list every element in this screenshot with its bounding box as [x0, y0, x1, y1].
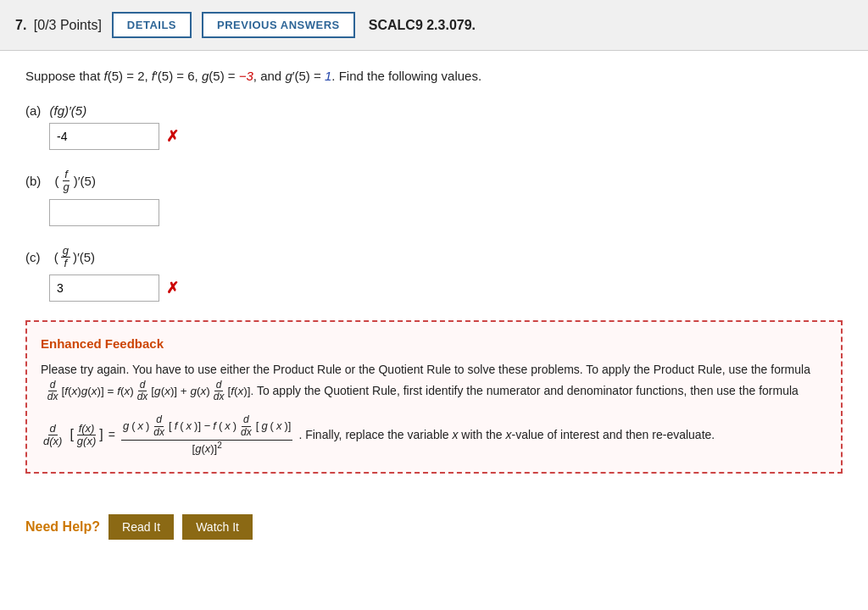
- part-b-label: (b) ( f g )′(5): [25, 169, 843, 194]
- feedback-formula2: d d(x) [ f(x) g(x) ] = g(x): [41, 414, 827, 455]
- part-c-label: (c) ( g f )′(5): [25, 245, 843, 270]
- scalc-reference: SCALC9 2.3.079.: [369, 18, 476, 33]
- problem-statement: Suppose that f(5) = 2, f′(5) = 6, g(5) =…: [25, 66, 843, 86]
- question-num-text: 7.: [15, 18, 26, 32]
- part-a: (a) (fg)′(5) ✗: [25, 103, 843, 150]
- part-a-incorrect-mark: ✗: [166, 127, 179, 146]
- part-b: (b) ( f g )′(5): [25, 169, 843, 226]
- part-a-answer-row: ✗: [49, 123, 843, 150]
- part-b-input[interactable]: [49, 199, 159, 226]
- need-help-label: Need Help?: [25, 519, 100, 535]
- read-it-button[interactable]: Read It: [108, 514, 174, 540]
- part-b-answer-row: [49, 199, 843, 226]
- main-content: Suppose that f(5) = 2, f′(5) = 6, g(5) =…: [0, 51, 868, 506]
- part-c-answer-row: ✗: [49, 274, 843, 302]
- enhanced-feedback: Enhanced Feedback Please try again. You …: [25, 320, 843, 474]
- feedback-title: Enhanced Feedback: [41, 334, 827, 355]
- part-c: (c) ( g f )′(5) ✗: [25, 245, 843, 302]
- question-number: 7. [0/3 Points]: [15, 18, 102, 33]
- points-label: [0/3 Points]: [34, 18, 102, 32]
- details-button[interactable]: DETAILS: [112, 12, 192, 38]
- feedback-text: Please try again. You have to use either…: [41, 360, 827, 408]
- previous-answers-button[interactable]: PREVIOUS ANSWERS: [202, 12, 355, 38]
- need-help-bar: Need Help? Read It Watch It: [0, 506, 868, 548]
- header-bar: 7. [0/3 Points] DETAILS PREVIOUS ANSWERS…: [0, 0, 868, 51]
- part-a-label: (a) (fg)′(5): [25, 103, 843, 118]
- watch-it-button[interactable]: Watch It: [182, 514, 253, 540]
- feedback-formula1: d dx [f(x)g(x)] = f(x) d dx [g(x)] + g(x…: [41, 380, 253, 402]
- part-a-input[interactable]: [49, 123, 159, 150]
- part-c-incorrect-mark: ✗: [166, 279, 179, 297]
- part-c-input[interactable]: [49, 274, 159, 302]
